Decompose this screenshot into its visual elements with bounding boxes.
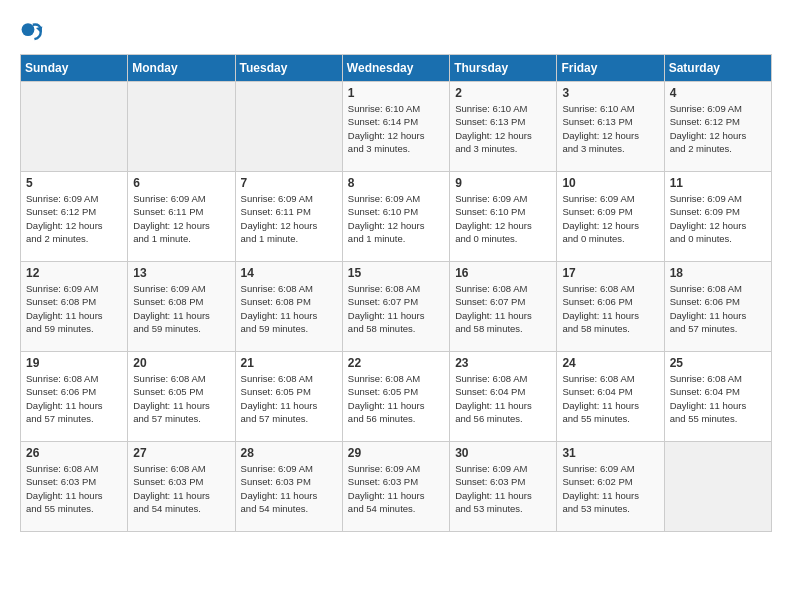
day-number: 10 <box>562 176 658 190</box>
day-number: 9 <box>455 176 551 190</box>
day-number: 12 <box>26 266 122 280</box>
calendar-cell: 24Sunrise: 6:08 AMSunset: 6:04 PMDayligh… <box>557 352 664 442</box>
calendar-cell: 9Sunrise: 6:09 AMSunset: 6:10 PMDaylight… <box>450 172 557 262</box>
day-info: Sunrise: 6:08 AMSunset: 6:06 PMDaylight:… <box>26 372 122 425</box>
calendar-cell: 21Sunrise: 6:08 AMSunset: 6:05 PMDayligh… <box>235 352 342 442</box>
calendar-cell: 31Sunrise: 6:09 AMSunset: 6:02 PMDayligh… <box>557 442 664 532</box>
calendar-cell: 18Sunrise: 6:08 AMSunset: 6:06 PMDayligh… <box>664 262 771 352</box>
day-info: Sunrise: 6:08 AMSunset: 6:05 PMDaylight:… <box>133 372 229 425</box>
day-number: 25 <box>670 356 766 370</box>
calendar-cell: 16Sunrise: 6:08 AMSunset: 6:07 PMDayligh… <box>450 262 557 352</box>
day-number: 4 <box>670 86 766 100</box>
day-info: Sunrise: 6:09 AMSunset: 6:08 PMDaylight:… <box>26 282 122 335</box>
day-info: Sunrise: 6:09 AMSunset: 6:09 PMDaylight:… <box>562 192 658 245</box>
day-info: Sunrise: 6:10 AMSunset: 6:13 PMDaylight:… <box>455 102 551 155</box>
day-number: 20 <box>133 356 229 370</box>
day-info: Sunrise: 6:08 AMSunset: 6:06 PMDaylight:… <box>670 282 766 335</box>
day-info: Sunrise: 6:08 AMSunset: 6:04 PMDaylight:… <box>562 372 658 425</box>
day-info: Sunrise: 6:10 AMSunset: 6:14 PMDaylight:… <box>348 102 444 155</box>
calendar-cell: 2Sunrise: 6:10 AMSunset: 6:13 PMDaylight… <box>450 82 557 172</box>
day-number: 19 <box>26 356 122 370</box>
day-info: Sunrise: 6:09 AMSunset: 6:03 PMDaylight:… <box>348 462 444 515</box>
weekday-header-friday: Friday <box>557 55 664 82</box>
day-number: 28 <box>241 446 337 460</box>
calendar-cell: 26Sunrise: 6:08 AMSunset: 6:03 PMDayligh… <box>21 442 128 532</box>
weekday-header-monday: Monday <box>128 55 235 82</box>
day-number: 17 <box>562 266 658 280</box>
day-info: Sunrise: 6:09 AMSunset: 6:11 PMDaylight:… <box>133 192 229 245</box>
page-header <box>20 20 772 44</box>
day-info: Sunrise: 6:10 AMSunset: 6:13 PMDaylight:… <box>562 102 658 155</box>
day-info: Sunrise: 6:08 AMSunset: 6:06 PMDaylight:… <box>562 282 658 335</box>
day-info: Sunrise: 6:08 AMSunset: 6:07 PMDaylight:… <box>455 282 551 335</box>
calendar-cell: 1Sunrise: 6:10 AMSunset: 6:14 PMDaylight… <box>342 82 449 172</box>
day-number: 21 <box>241 356 337 370</box>
day-number: 29 <box>348 446 444 460</box>
calendar-cell: 10Sunrise: 6:09 AMSunset: 6:09 PMDayligh… <box>557 172 664 262</box>
weekday-header-saturday: Saturday <box>664 55 771 82</box>
calendar-cell: 29Sunrise: 6:09 AMSunset: 6:03 PMDayligh… <box>342 442 449 532</box>
calendar-cell: 17Sunrise: 6:08 AMSunset: 6:06 PMDayligh… <box>557 262 664 352</box>
day-number: 8 <box>348 176 444 190</box>
day-info: Sunrise: 6:09 AMSunset: 6:08 PMDaylight:… <box>133 282 229 335</box>
calendar-cell: 19Sunrise: 6:08 AMSunset: 6:06 PMDayligh… <box>21 352 128 442</box>
day-info: Sunrise: 6:09 AMSunset: 6:03 PMDaylight:… <box>241 462 337 515</box>
day-number: 22 <box>348 356 444 370</box>
day-number: 2 <box>455 86 551 100</box>
day-number: 5 <box>26 176 122 190</box>
calendar-cell: 6Sunrise: 6:09 AMSunset: 6:11 PMDaylight… <box>128 172 235 262</box>
day-info: Sunrise: 6:09 AMSunset: 6:12 PMDaylight:… <box>26 192 122 245</box>
day-info: Sunrise: 6:09 AMSunset: 6:10 PMDaylight:… <box>455 192 551 245</box>
day-number: 1 <box>348 86 444 100</box>
day-info: Sunrise: 6:08 AMSunset: 6:04 PMDaylight:… <box>670 372 766 425</box>
calendar-cell: 25Sunrise: 6:08 AMSunset: 6:04 PMDayligh… <box>664 352 771 442</box>
day-info: Sunrise: 6:08 AMSunset: 6:05 PMDaylight:… <box>348 372 444 425</box>
day-info: Sunrise: 6:09 AMSunset: 6:11 PMDaylight:… <box>241 192 337 245</box>
day-number: 27 <box>133 446 229 460</box>
calendar-cell: 27Sunrise: 6:08 AMSunset: 6:03 PMDayligh… <box>128 442 235 532</box>
day-number: 24 <box>562 356 658 370</box>
calendar-cell <box>235 82 342 172</box>
day-number: 26 <box>26 446 122 460</box>
day-number: 16 <box>455 266 551 280</box>
calendar-cell <box>128 82 235 172</box>
calendar-table: SundayMondayTuesdayWednesdayThursdayFrid… <box>20 54 772 532</box>
calendar-cell: 30Sunrise: 6:09 AMSunset: 6:03 PMDayligh… <box>450 442 557 532</box>
day-info: Sunrise: 6:09 AMSunset: 6:12 PMDaylight:… <box>670 102 766 155</box>
day-number: 13 <box>133 266 229 280</box>
weekday-header-sunday: Sunday <box>21 55 128 82</box>
calendar-cell: 8Sunrise: 6:09 AMSunset: 6:10 PMDaylight… <box>342 172 449 262</box>
calendar-cell: 22Sunrise: 6:08 AMSunset: 6:05 PMDayligh… <box>342 352 449 442</box>
calendar-cell: 12Sunrise: 6:09 AMSunset: 6:08 PMDayligh… <box>21 262 128 352</box>
calendar-cell <box>664 442 771 532</box>
calendar-cell: 7Sunrise: 6:09 AMSunset: 6:11 PMDaylight… <box>235 172 342 262</box>
calendar-cell: 20Sunrise: 6:08 AMSunset: 6:05 PMDayligh… <box>128 352 235 442</box>
day-number: 14 <box>241 266 337 280</box>
day-info: Sunrise: 6:09 AMSunset: 6:02 PMDaylight:… <box>562 462 658 515</box>
day-number: 15 <box>348 266 444 280</box>
day-info: Sunrise: 6:08 AMSunset: 6:04 PMDaylight:… <box>455 372 551 425</box>
day-number: 30 <box>455 446 551 460</box>
day-number: 3 <box>562 86 658 100</box>
day-info: Sunrise: 6:08 AMSunset: 6:03 PMDaylight:… <box>26 462 122 515</box>
day-info: Sunrise: 6:09 AMSunset: 6:09 PMDaylight:… <box>670 192 766 245</box>
calendar-cell <box>21 82 128 172</box>
weekday-header-wednesday: Wednesday <box>342 55 449 82</box>
weekday-header-tuesday: Tuesday <box>235 55 342 82</box>
day-info: Sunrise: 6:08 AMSunset: 6:08 PMDaylight:… <box>241 282 337 335</box>
calendar-cell: 3Sunrise: 6:10 AMSunset: 6:13 PMDaylight… <box>557 82 664 172</box>
day-number: 11 <box>670 176 766 190</box>
day-number: 23 <box>455 356 551 370</box>
calendar-cell: 5Sunrise: 6:09 AMSunset: 6:12 PMDaylight… <box>21 172 128 262</box>
logo <box>20 20 48 44</box>
calendar-cell: 14Sunrise: 6:08 AMSunset: 6:08 PMDayligh… <box>235 262 342 352</box>
day-info: Sunrise: 6:08 AMSunset: 6:07 PMDaylight:… <box>348 282 444 335</box>
calendar-cell: 15Sunrise: 6:08 AMSunset: 6:07 PMDayligh… <box>342 262 449 352</box>
calendar-cell: 11Sunrise: 6:09 AMSunset: 6:09 PMDayligh… <box>664 172 771 262</box>
day-info: Sunrise: 6:08 AMSunset: 6:05 PMDaylight:… <box>241 372 337 425</box>
day-number: 31 <box>562 446 658 460</box>
logo-icon <box>20 20 44 44</box>
day-number: 7 <box>241 176 337 190</box>
svg-point-0 <box>22 23 35 36</box>
day-number: 6 <box>133 176 229 190</box>
